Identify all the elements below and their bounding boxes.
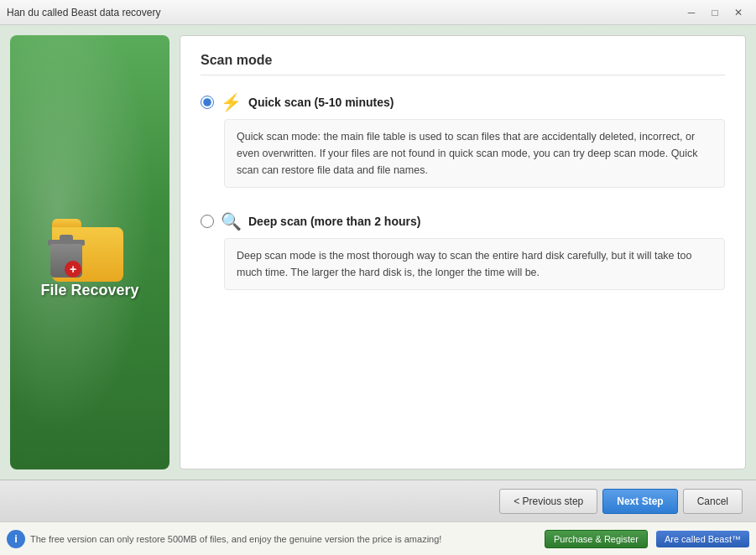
next-step-button[interactable]: Next Step	[602, 489, 677, 514]
minimize-button[interactable]: ─	[680, 4, 702, 21]
quick-scan-label[interactable]: Quick scan (5-10 minutes)	[248, 96, 394, 109]
maximize-button[interactable]: □	[704, 4, 726, 21]
deep-scan-radio[interactable]	[201, 215, 214, 228]
deep-scan-option: 🔍 Deep scan (more than 2 hours) Deep sca…	[201, 211, 725, 290]
deep-scan-header: 🔍 Deep scan (more than 2 hours)	[201, 211, 725, 231]
window-title: Han du called Beast data recovery	[7, 7, 160, 18]
title-bar: Han du called Beast data recovery ─ □ ✕	[0, 0, 756, 25]
sidebar: + File Recovery	[10, 35, 169, 469]
trash-handle-icon	[60, 235, 73, 240]
quick-scan-description: Quick scan mode: the main file table is …	[224, 119, 725, 188]
sidebar-label: File Recovery	[40, 282, 138, 299]
button-bar: < Previous step Next Step Cancel	[0, 480, 756, 521]
status-left: i The free version can only restore 500M…	[7, 530, 536, 548]
sidebar-icon: +	[48, 206, 132, 282]
purchase-register-button[interactable]: Purchase & Register	[545, 530, 648, 548]
quick-scan-header: ⚡ Quick scan (5-10 minutes)	[201, 92, 725, 112]
window-controls: ─ □ ✕	[680, 4, 749, 21]
cancel-button[interactable]: Cancel	[683, 489, 743, 514]
deep-scan-description: Deep scan mode is the most thorough way …	[224, 238, 725, 290]
info-icon: i	[7, 530, 25, 548]
content-area: + File Recovery Scan mode ⚡ Quick scan (…	[0, 25, 756, 480]
trash-icon: +	[48, 236, 86, 278]
quick-scan-option: ⚡ Quick scan (5-10 minutes) Quick scan m…	[201, 92, 725, 188]
status-bar: i The free version can only restore 500M…	[0, 521, 756, 555]
scan-mode-title: Scan mode	[201, 53, 725, 75]
quick-scan-radio[interactable]	[201, 96, 214, 109]
previous-step-button[interactable]: < Previous step	[499, 489, 597, 514]
status-text: The free version can only restore 500MB …	[30, 534, 441, 544]
content-panel: Scan mode ⚡ Quick scan (5-10 minutes) Qu…	[180, 35, 746, 469]
main-window: + File Recovery Scan mode ⚡ Quick scan (…	[0, 25, 756, 555]
brand-badge: Are called Beast™	[656, 531, 749, 547]
quick-scan-icon: ⚡	[221, 92, 242, 112]
red-cross-icon: +	[65, 261, 81, 278]
close-button[interactable]: ✕	[727, 4, 749, 21]
deep-scan-label[interactable]: Deep scan (more than 2 hours)	[248, 215, 420, 228]
deep-scan-icon: 🔍	[221, 211, 242, 231]
